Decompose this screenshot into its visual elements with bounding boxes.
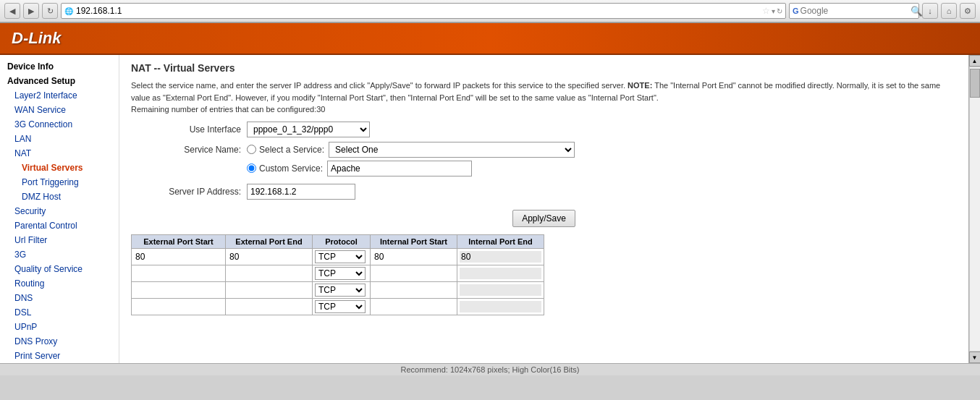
sidebar-item-security[interactable]: Security bbox=[0, 204, 119, 218]
home-button[interactable]: ⌂ bbox=[941, 3, 957, 19]
address-input[interactable] bbox=[76, 6, 762, 16]
scroll-up-button[interactable]: ▲ bbox=[969, 55, 981, 67]
sidebar-item-dns-proxy[interactable]: DNS Proxy bbox=[0, 334, 119, 349]
sidebar: Device Info Advanced Setup Layer2 Interf… bbox=[0, 55, 119, 363]
sidebar-item-qos[interactable]: Quality of Service bbox=[0, 262, 119, 276]
custom-service-input[interactable] bbox=[327, 161, 472, 176]
apply-save-button[interactable]: Apply/Save bbox=[512, 210, 575, 227]
settings-button[interactable]: ⚙ bbox=[960, 3, 976, 19]
forward-button[interactable]: ▶ bbox=[23, 3, 39, 19]
dlink-header: D-Link bbox=[0, 23, 980, 55]
int-end-input[interactable] bbox=[460, 268, 541, 279]
ext-end-input[interactable] bbox=[228, 301, 310, 312]
search-bar: G 🔍 bbox=[789, 3, 919, 19]
button-row: Apply/Save bbox=[131, 207, 957, 227]
int-start-input[interactable] bbox=[373, 284, 455, 296]
browser-chrome: ◀ ▶ ↻ 🌐 ☆ ▾ ↻ G 🔍 ↓ ⌂ ⚙ bbox=[0, 0, 980, 23]
sidebar-item-wan-service[interactable]: WAN Service bbox=[0, 103, 119, 117]
table-row: TCPUDPTCP/UDP bbox=[132, 298, 544, 315]
server-ip-row: Server IP Address: bbox=[131, 184, 957, 200]
protocol-cell[interactable]: TCPUDPTCP/UDP bbox=[315, 267, 366, 280]
int-start-input[interactable] bbox=[373, 251, 455, 263]
int-end-input[interactable] bbox=[460, 251, 541, 263]
ext-start-input[interactable] bbox=[134, 284, 223, 296]
select-service-label: Select a Service: bbox=[259, 145, 324, 155]
col-header-ext-end: External Port End bbox=[226, 234, 313, 248]
note-label: NOTE: bbox=[628, 81, 652, 90]
page-title: NAT -- Virtual Servers bbox=[131, 62, 957, 74]
int-start-input[interactable] bbox=[373, 301, 455, 312]
description-text: Select the service name, and enter the s… bbox=[131, 80, 957, 116]
custom-service-radio[interactable] bbox=[247, 163, 256, 173]
sidebar-item-layer2-interface[interactable]: Layer2 Interface bbox=[0, 88, 119, 103]
sidebar-item-print-server[interactable]: Print Server bbox=[0, 349, 119, 363]
sidebar-item-upnp[interactable]: UPnP bbox=[0, 320, 119, 334]
table-row: TCPUDPTCP/UDP bbox=[132, 265, 544, 281]
address-arrow-icon: ▾ bbox=[772, 7, 775, 15]
select-service-row: Select a Service: Select One bbox=[247, 142, 575, 158]
scroll-thumb[interactable] bbox=[970, 69, 980, 98]
table-row: TCPUDPTCP/UDP bbox=[132, 248, 544, 265]
sidebar-item-dmz-host[interactable]: DMZ Host bbox=[0, 190, 119, 204]
sidebar-item-advanced-setup[interactable]: Advanced Setup bbox=[0, 74, 119, 88]
service-name-label: Service Name: bbox=[131, 142, 247, 155]
server-ip-label: Server IP Address: bbox=[131, 187, 247, 197]
int-end-input[interactable] bbox=[460, 301, 541, 312]
sidebar-item-routing[interactable]: Routing bbox=[0, 276, 119, 291]
sidebar-item-3g-connection[interactable]: 3G Connection bbox=[0, 117, 119, 132]
scroll-track[interactable] bbox=[969, 67, 981, 352]
browser-toolbar: ◀ ▶ ↻ 🌐 ☆ ▾ ↻ G 🔍 ↓ ⌂ ⚙ bbox=[0, 0, 980, 22]
use-interface-select[interactable]: pppoe_0_1_32/ppp0 bbox=[247, 122, 370, 137]
ext-end-input[interactable] bbox=[228, 251, 310, 263]
dlink-logo: D-Link bbox=[12, 29, 61, 47]
protocol-cell[interactable]: TCPUDPTCP/UDP bbox=[315, 284, 366, 297]
sidebar-item-parental-control[interactable]: Parental Control bbox=[0, 218, 119, 233]
use-interface-label: Use Interface bbox=[131, 124, 247, 135]
sidebar-item-port-triggering[interactable]: Port Triggering bbox=[0, 175, 119, 190]
col-header-int-end: Internal Port End bbox=[457, 234, 544, 248]
custom-service-label: Custom Service: bbox=[259, 163, 323, 174]
content-area: NAT -- Virtual Servers Select the servic… bbox=[119, 55, 968, 363]
col-header-ext-start: External Port Start bbox=[132, 234, 226, 248]
ext-start-input[interactable] bbox=[134, 301, 223, 312]
ext-start-input[interactable] bbox=[134, 251, 223, 263]
service-name-row: Service Name: Select a Service: Select O… bbox=[131, 142, 957, 179]
sidebar-item-lan[interactable]: LAN bbox=[0, 132, 119, 146]
scrollbar[interactable]: ▲ ▼ bbox=[968, 55, 980, 363]
scroll-down-button[interactable]: ▼ bbox=[969, 352, 981, 363]
int-start-input[interactable] bbox=[373, 268, 455, 279]
service-name-block: Select a Service: Select One Custom Serv… bbox=[247, 142, 575, 179]
custom-service-row: Custom Service: bbox=[247, 161, 575, 176]
ext-start-input[interactable] bbox=[134, 268, 223, 279]
select-service-dropdown[interactable]: Select One bbox=[329, 142, 575, 158]
address-refresh-icon: ↻ bbox=[777, 7, 782, 15]
sidebar-item-nat[interactable]: NAT bbox=[0, 146, 119, 161]
address-star-icon: ☆ bbox=[762, 6, 770, 16]
int-end-input[interactable] bbox=[460, 284, 541, 296]
sidebar-item-url-filter[interactable]: Url Filter bbox=[0, 233, 119, 247]
remaining-entries: Remaining number of entries that can be … bbox=[131, 105, 325, 114]
sidebar-item-3g[interactable]: 3G bbox=[0, 247, 119, 262]
col-header-int-start: Internal Port Start bbox=[371, 234, 457, 248]
sidebar-item-dsl[interactable]: DSL bbox=[0, 305, 119, 320]
protocol-cell[interactable]: TCPUDPTCP/UDP bbox=[315, 250, 366, 263]
back-button[interactable]: ◀ bbox=[4, 3, 20, 19]
search-input[interactable] bbox=[801, 6, 909, 16]
table-row: TCPUDPTCP/UDP bbox=[132, 281, 544, 298]
ext-end-input[interactable] bbox=[228, 268, 310, 279]
protocol-cell[interactable]: TCPUDPTCP/UDP bbox=[315, 300, 366, 313]
sidebar-item-device-info[interactable]: Device Info bbox=[0, 59, 119, 74]
download-button[interactable]: ↓ bbox=[922, 3, 938, 19]
sidebar-item-virtual-servers[interactable]: Virtual Servers bbox=[0, 161, 119, 175]
server-ip-input[interactable] bbox=[247, 184, 355, 200]
address-globe-icon: 🌐 bbox=[64, 7, 73, 15]
address-bar-wrap: 🌐 ☆ ▾ ↻ bbox=[61, 3, 786, 19]
sidebar-item-dns[interactable]: DNS bbox=[0, 291, 119, 305]
use-interface-row: Use Interface pppoe_0_1_32/ppp0 bbox=[131, 122, 957, 137]
port-table: External Port Start External Port End Pr… bbox=[131, 234, 544, 315]
select-service-radio[interactable] bbox=[247, 145, 256, 154]
google-icon: G bbox=[793, 7, 799, 15]
ext-end-input[interactable] bbox=[228, 284, 310, 296]
refresh-button[interactable]: ↻ bbox=[42, 3, 58, 19]
col-header-protocol: Protocol bbox=[313, 234, 371, 248]
